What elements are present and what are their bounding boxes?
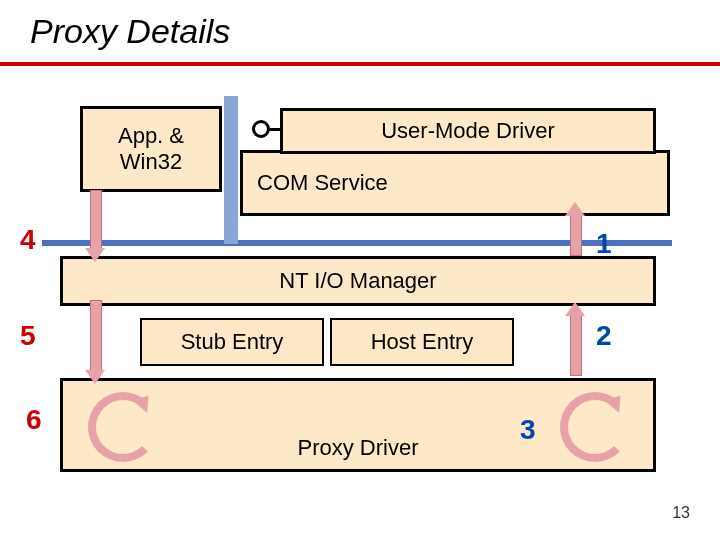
label-5: 5	[20, 320, 36, 352]
cycle-arrow-6	[88, 392, 158, 462]
label-4: 4	[20, 224, 36, 256]
ipc-bar	[224, 96, 238, 244]
interface-lollipop-ball	[252, 120, 270, 138]
slide-title: Proxy Details	[30, 12, 230, 51]
box-app-win32: App. & Win32	[80, 106, 222, 192]
arrow-5-head	[85, 370, 105, 384]
arrow-4-shaft	[90, 190, 102, 252]
box-host-entry: Host Entry	[330, 318, 514, 366]
box-com-service: COM Service	[240, 150, 670, 216]
label-6: 6	[26, 404, 42, 436]
arrow-2-shaft	[570, 314, 582, 376]
label-1: 1	[596, 228, 612, 260]
arrow-4-head	[85, 248, 105, 262]
box-stub-entry: Stub Entry	[140, 318, 324, 366]
cycle-arrow-3	[560, 392, 630, 462]
box-user-mode-driver: User-Mode Driver	[280, 108, 656, 154]
arrow-1-head	[565, 202, 585, 216]
arrow-2-head	[565, 302, 585, 316]
page-number: 13	[672, 504, 690, 522]
box-nt-io-manager: NT I/O Manager	[60, 256, 656, 306]
title-underline	[0, 62, 720, 66]
label-3: 3	[520, 414, 536, 446]
arrow-1-shaft	[570, 214, 582, 256]
arrow-5-shaft	[90, 300, 102, 374]
label-2: 2	[596, 320, 612, 352]
